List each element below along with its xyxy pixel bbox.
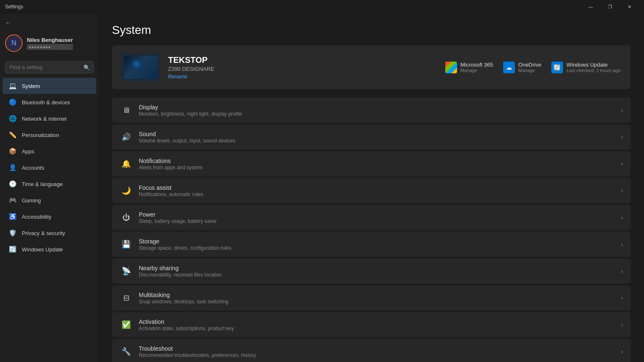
storage-icon: 💾: [119, 238, 133, 251]
rename-link[interactable]: Rename: [168, 74, 187, 80]
winupdate-link-sub: Last checked: 2 hours ago: [566, 68, 621, 73]
main-content: System TEKSTOP Z390 DESIGNARE Rename ⊞ M…: [99, 13, 644, 362]
privacy-nav-icon: 🛡️: [8, 229, 17, 237]
sidebar-back-button[interactable]: ←: [0, 17, 99, 28]
winupdate-nav-icon: 🔄: [8, 245, 17, 253]
computer-image: [122, 54, 160, 81]
troubleshoot-chevron-icon: ›: [621, 348, 623, 355]
focus-text: Focus assist Notifications, automatic ru…: [139, 184, 618, 197]
personalization-nav-label: Personalization: [22, 132, 59, 138]
focus-title: Focus assist: [139, 184, 618, 191]
sidebar-item-network[interactable]: 🌐 Network & internet: [3, 111, 96, 127]
nearby-title: Nearby sharing: [139, 265, 618, 272]
notifications-title: Notifications: [139, 158, 618, 164]
network-nav-label: Network & internet: [22, 116, 67, 122]
focus-desc: Notifications, automatic rules: [139, 191, 618, 197]
nearby-chevron-icon: ›: [621, 268, 623, 274]
sidebar-item-personalization[interactable]: ✏️ Personalization: [3, 127, 96, 143]
multitasking-desc: Snap windows, desktops, task switching: [139, 299, 618, 305]
display-title: Display: [139, 104, 618, 111]
power-title: Power: [139, 211, 618, 218]
bluetooth-nav-label: Bluetooth & devices: [22, 99, 70, 106]
user-subtitle: ●●●●●●●●: [27, 44, 73, 50]
search-input[interactable]: [5, 61, 93, 73]
storage-title: Storage: [139, 238, 618, 245]
time-nav-icon: 🕐: [8, 180, 17, 188]
search-icon: 🔍: [83, 64, 90, 70]
minimize-button[interactable]: —: [581, 0, 600, 13]
winupdate-link-text: Windows Update Last checked: 2 hours ago: [566, 62, 621, 73]
gaming-nav-label: Gaming: [22, 197, 41, 204]
setting-item-focus[interactable]: 🌙 Focus assist Notifications, automatic …: [112, 178, 631, 203]
sidebar-item-bluetooth[interactable]: 🔵 Bluetooth & devices: [3, 94, 96, 110]
onedrive-link-title: OneDrive: [518, 62, 541, 68]
power-chevron-icon: ›: [621, 214, 623, 221]
sound-desc: Volume levels, output, input, sound devi…: [139, 138, 618, 144]
power-desc: Sleep, battery usage, battery saver: [139, 218, 618, 224]
user-section: N Niles Benghauser ●●●●●●●●: [0, 30, 99, 56]
sidebar-item-system[interactable]: 💻 System: [3, 78, 96, 94]
activation-title: Activation: [139, 318, 618, 325]
setting-item-display[interactable]: 🖥 Display Monitors, brightness, night li…: [112, 98, 631, 123]
user-name: Niles Benghauser: [27, 37, 73, 43]
sidebar-item-accessibility[interactable]: ♿ Accessibility: [3, 209, 96, 225]
multitasking-text: Multitasking Snap windows, desktops, tas…: [139, 292, 618, 305]
setting-item-notifications[interactable]: 🔔 Notifications Alerts from apps and sys…: [112, 151, 631, 176]
nav-list: 💻 System 🔵 Bluetooth & devices 🌐 Network…: [0, 78, 99, 258]
apps-nav-label: Apps: [22, 148, 34, 155]
computer-model: Z390 DESIGNARE: [168, 66, 437, 72]
winupdate-link-title: Windows Update: [566, 62, 621, 68]
computer-image-inner: [124, 56, 158, 79]
setting-item-storage[interactable]: 💾 Storage Storage space, drives, configu…: [112, 232, 631, 257]
settings-list: 🖥 Display Monitors, brightness, night li…: [112, 98, 631, 362]
activation-text: Activation Activation state, subscriptio…: [139, 318, 618, 331]
setting-item-troubleshoot[interactable]: 🔧 Troubleshoot Recommended troubleshoote…: [112, 339, 631, 362]
setting-item-sound[interactable]: 🔊 Sound Volume levels, output, input, so…: [112, 124, 631, 150]
sidebar-item-privacy[interactable]: 🛡️ Privacy & security: [3, 225, 96, 241]
sidebar-item-accounts[interactable]: 👤 Accounts: [3, 160, 96, 176]
troubleshoot-desc: Recommended troubleshooters, preferences…: [139, 352, 618, 358]
troubleshoot-text: Troubleshoot Recommended troubleshooters…: [139, 345, 618, 358]
multitasking-icon: ⊟: [119, 291, 133, 305]
multitasking-title: Multitasking: [139, 292, 618, 298]
personalization-nav-icon: ✏️: [8, 131, 17, 139]
sidebar: ← N Niles Benghauser ●●●●●●●● 🔍 💻 System…: [0, 13, 99, 362]
computer-link-onedrive[interactable]: ☁ OneDrive Manage: [503, 62, 541, 73]
sidebar-item-apps[interactable]: 📦 Apps: [3, 143, 96, 159]
setting-item-nearby[interactable]: 📡 Nearby sharing Discoverability, receiv…: [112, 259, 631, 284]
close-button[interactable]: ✕: [620, 0, 639, 13]
sidebar-item-gaming[interactable]: 🎮 Gaming: [3, 192, 96, 208]
computer-name: TEKSTOP: [168, 55, 437, 65]
ms365-link-text: Microsoft 365 Manage: [460, 62, 493, 73]
setting-item-power[interactable]: ⏻ Power Sleep, battery usage, battery sa…: [112, 205, 631, 230]
power-text: Power Sleep, battery usage, battery save…: [139, 211, 618, 224]
restore-button[interactable]: ❐: [600, 0, 620, 13]
display-text: Display Monitors, brightness, night ligh…: [139, 104, 618, 117]
display-desc: Monitors, brightness, night light, displ…: [139, 111, 618, 117]
setting-item-multitasking[interactable]: ⊟ Multitasking Snap windows, desktops, t…: [112, 285, 631, 310]
notifications-icon: 🔔: [119, 157, 133, 171]
computer-link-ms365[interactable]: ⊞ Microsoft 365 Manage: [445, 62, 493, 73]
onedrive-link-icon: ☁: [503, 62, 515, 73]
titlebar: Settings — ❐ ✕: [0, 0, 644, 13]
winupdate-link-icon: 🔄: [551, 62, 563, 73]
computer-link-winupdate[interactable]: 🔄 Windows Update Last checked: 2 hours a…: [551, 62, 621, 73]
accounts-nav-icon: 👤: [8, 163, 17, 172]
notifications-text: Notifications Alerts from apps and syste…: [139, 158, 618, 171]
sound-chevron-icon: ›: [621, 134, 623, 140]
focus-chevron-icon: ›: [621, 187, 623, 194]
sound-text: Sound Volume levels, output, input, soun…: [139, 131, 618, 144]
system-nav-label: System: [22, 83, 40, 89]
accessibility-nav-icon: ♿: [8, 212, 17, 221]
user-info: Niles Benghauser ●●●●●●●●: [27, 37, 73, 50]
accessibility-nav-label: Accessibility: [22, 214, 52, 220]
notifications-chevron-icon: ›: [621, 160, 623, 167]
sidebar-item-winupdate[interactable]: 🔄 Windows Update: [3, 241, 96, 257]
storage-chevron-icon: ›: [621, 241, 623, 248]
setting-item-activation[interactable]: ✅ Activation Activation state, subscript…: [112, 312, 631, 337]
accounts-nav-label: Accounts: [22, 165, 44, 171]
avatar: N: [5, 34, 23, 52]
sidebar-item-time[interactable]: 🕐 Time & language: [3, 176, 96, 192]
storage-desc: Storage space, drives, configuration rul…: [139, 245, 618, 251]
storage-text: Storage Storage space, drives, configura…: [139, 238, 618, 251]
